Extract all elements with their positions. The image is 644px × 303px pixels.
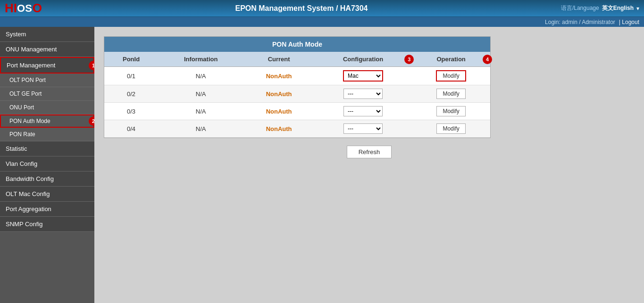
table-body: 0/1N/ANonAuth---MacLoidPasswordModify0/2… (104, 67, 490, 138)
table-row: 0/1N/ANonAuth---MacLoidPasswordModify (104, 67, 490, 85)
lang-label: 语言/Language (561, 4, 599, 12)
col-current: Current (243, 52, 314, 67)
header-top: H I OS O EPON Management System / HA7304… (0, 0, 644, 16)
table-row: 0/2N/ANonAuth---MacLoidPasswordModify (104, 85, 490, 103)
cell-operation-2: Modify (412, 103, 490, 120)
port-management-label: Port Management (7, 62, 55, 69)
main-layout: System ONU Management Port Management 1 … (0, 27, 644, 303)
cell-operation-0: Modify (412, 67, 490, 85)
annotation-1: 1 (89, 61, 94, 70)
header-lang: 语言/Language 英文English ▾ (561, 4, 639, 12)
cell-current-3: NonAuth (243, 120, 314, 138)
config-select-2[interactable]: ---MacLoidPassword (343, 106, 383, 116)
logo: H I OS O (5, 1, 42, 16)
sidebar: System ONU Management Port Management 1 … (0, 27, 94, 303)
header-title: EPON Management System / HA7304 (42, 4, 561, 13)
refresh-button[interactable]: Refresh (347, 146, 392, 158)
cell-config-1: ---MacLoidPassword (314, 85, 412, 103)
refresh-area: Refresh (104, 138, 635, 163)
sidebar-item-olt-mac-config[interactable]: OLT Mac Config (0, 187, 94, 202)
sidebar-item-onu-port[interactable]: ONU Port (0, 101, 94, 115)
config-select-1[interactable]: ---MacLoidPassword (343, 89, 383, 99)
sidebar-item-system[interactable]: System (0, 27, 94, 42)
sidebar-item-snmp-config[interactable]: SNMP Config (0, 217, 94, 232)
table-row: 0/4N/ANonAuth---MacLoidPasswordModify (104, 120, 490, 138)
cell-operation-3: Modify (412, 120, 490, 138)
cell-current-2: NonAuth (243, 103, 314, 120)
cell-pon-id-0: 0/1 (104, 67, 158, 85)
modify-button-2[interactable]: Modify (436, 106, 465, 116)
pon-auth-mode-label: PON Auth Mode (9, 118, 50, 124)
cell-operation-1: Modify (412, 85, 490, 103)
logo-i1: I (14, 1, 17, 16)
cell-current-1: NonAuth (243, 85, 314, 103)
annotation-2: 2 (89, 116, 94, 126)
modify-button-3[interactable]: Modify (436, 123, 465, 134)
cell-info-3: N/A (158, 120, 243, 138)
cell-config-3: ---MacLoidPassword (314, 120, 412, 138)
lang-dropdown-icon[interactable]: ▾ (636, 5, 639, 12)
sidebar-item-bandwidth-config[interactable]: Bandwidth Config (0, 172, 94, 187)
logo-rest: OS (17, 2, 32, 15)
cell-info-1: N/A (158, 85, 243, 103)
cell-pon-id-2: 0/3 (104, 103, 158, 120)
table-header-row: PonId Information Current Configuration … (104, 52, 490, 67)
config-select-0[interactable]: ---MacLoidPassword (343, 70, 383, 82)
col-configuration: Configuration 3 (314, 52, 412, 67)
login-info: Login: admin / Administrator (545, 19, 615, 25)
cell-pon-id-1: 0/2 (104, 85, 158, 103)
cell-pon-id-3: 0/4 (104, 120, 158, 138)
cell-config-0: ---MacLoidPassword (314, 67, 412, 85)
cell-config-2: ---MacLoidPassword (314, 103, 412, 120)
logo-h: H (5, 1, 14, 16)
sidebar-item-pon-auth-mode[interactable]: PON Auth Mode 2 (0, 115, 94, 128)
modify-button-1[interactable]: Modify (436, 89, 465, 99)
col-operation: Operation 4 (412, 52, 490, 67)
cell-current-0: NonAuth (243, 67, 314, 85)
sidebar-item-olt-pon-port[interactable]: OLT PON Port (0, 74, 94, 87)
header-bottom: Login: admin / Administrator | Logout (0, 16, 644, 27)
cell-info-0: N/A (158, 67, 243, 85)
sidebar-item-vlan-config[interactable]: Vlan Config (0, 156, 94, 172)
sidebar-item-port-management[interactable]: Port Management 1 (0, 57, 94, 74)
pon-auth-mode-table-container: PON Auth Mode PonId Information Current … (104, 36, 491, 138)
sidebar-item-pon-rate[interactable]: PON Rate (0, 128, 94, 141)
logout-link[interactable]: | Logout (619, 19, 639, 25)
col-pon-id: PonId (104, 52, 158, 67)
pon-auth-table: PonId Information Current Configuration … (104, 52, 490, 138)
lang-value[interactable]: 英文English (602, 4, 634, 12)
config-select-3[interactable]: ---MacLoidPassword (343, 123, 383, 134)
sidebar-item-onu-management[interactable]: ONU Management (0, 42, 94, 57)
annotation-4: 4 (483, 55, 492, 64)
sidebar-item-olt-ge-port[interactable]: OLT GE Port (0, 87, 94, 101)
sidebar-item-statistic[interactable]: Statistic (0, 141, 94, 156)
sidebar-item-port-aggregation[interactable]: Port Aggregation (0, 202, 94, 217)
logo-o: O (33, 1, 42, 16)
operation-header-label: Operation (436, 56, 465, 63)
cell-info-2: N/A (158, 103, 243, 120)
table-row: 0/3N/ANonAuth---MacLoidPasswordModify (104, 103, 490, 120)
content-area: PON Auth Mode PonId Information Current … (94, 27, 644, 303)
col-information: Information (158, 52, 243, 67)
configuration-header-label: Configuration (343, 56, 383, 63)
modify-button-0[interactable]: Modify (436, 70, 466, 82)
table-title: PON Auth Mode (104, 37, 490, 52)
